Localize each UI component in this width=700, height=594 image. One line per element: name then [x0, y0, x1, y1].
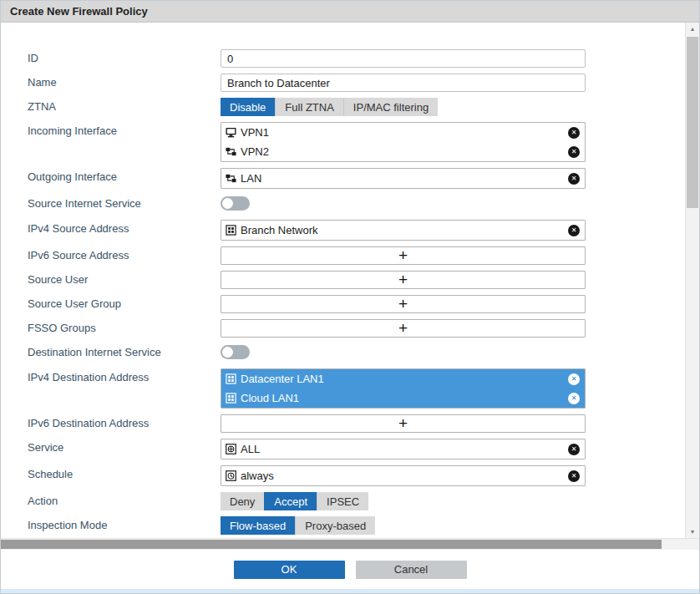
- ztna-segmented: Disable Full ZTNA IP/MAC filtering: [221, 98, 438, 116]
- tunnel-interface-icon: [225, 172, 237, 185]
- incoming-interface-field[interactable]: VPN1 ✕ VPN2 ✕: [221, 122, 586, 162]
- row-fsso-groups: FSSO Groups +: [1, 319, 685, 338]
- dialog-body: ID Name ZTNA Disable Full ZTNA: [1, 23, 699, 538]
- row-outgoing-interface: Outgoing Interface LAN ✕: [1, 168, 685, 189]
- service-label: Service: [1, 439, 221, 454]
- entry-all-service[interactable]: ALL ✕: [221, 439, 585, 459]
- ipv4-source-address-field[interactable]: Branch Network ✕: [221, 220, 586, 241]
- entry-vpn2[interactable]: VPN2 ✕: [221, 142, 585, 161]
- row-inspection-mode: Inspection Mode Flow-based Proxy-based: [1, 516, 685, 535]
- tunnel-interface-icon: [225, 145, 237, 158]
- scroll-down-icon[interactable]: ▼: [686, 525, 699, 538]
- source-internet-service-toggle[interactable]: [221, 196, 250, 211]
- entry-label: LAN: [241, 172, 568, 185]
- ipv6-destination-address-label: IPv6 Destination Address: [1, 414, 221, 429]
- entry-label: Datacenter LAN1: [241, 373, 568, 385]
- name-input[interactable]: [221, 74, 586, 92]
- scroll-up-icon[interactable]: ▲: [686, 23, 699, 35]
- destination-internet-service-label: Destination Internet Service: [1, 343, 221, 358]
- entry-datacenter-lan1[interactable]: Datacenter LAN1 ✕: [221, 369, 585, 388]
- ztna-label: ZTNA: [1, 98, 221, 113]
- remove-vpn1-icon[interactable]: ✕: [568, 127, 580, 139]
- service-globe-icon: [225, 443, 237, 455]
- remove-lan-icon[interactable]: ✕: [568, 173, 580, 185]
- ipv6-destination-address-add-button[interactable]: +: [221, 414, 586, 433]
- row-action: Action Deny Accept IPSEC: [1, 492, 685, 510]
- schedule-clock-icon: [225, 470, 237, 482]
- dialog-bottom-strip: [1, 589, 699, 593]
- fsso-groups-label: FSSO Groups: [1, 319, 221, 334]
- ipv4-source-address-label: IPv4 Source Address: [1, 220, 221, 235]
- inspection-proxy-based-button[interactable]: Proxy-based: [295, 516, 375, 535]
- subnet-icon: [225, 392, 237, 404]
- inspection-mode-segmented: Flow-based Proxy-based: [221, 516, 375, 535]
- plus-icon: +: [398, 247, 408, 263]
- outgoing-interface-field[interactable]: LAN ✕: [221, 168, 586, 189]
- entry-cloud-lan1[interactable]: Cloud LAN1 ✕: [221, 388, 585, 408]
- dialog-footer: OK Cancel: [1, 550, 699, 589]
- vertical-scrollbar-thumb[interactable]: [687, 37, 698, 208]
- action-deny-button[interactable]: Deny: [221, 492, 264, 510]
- row-name: Name: [1, 74, 685, 92]
- entry-label: Branch Network: [241, 224, 568, 236]
- row-incoming-interface: Incoming Interface VPN1 ✕: [1, 122, 685, 162]
- vertical-scrollbar-track[interactable]: [686, 35, 699, 525]
- entry-branch-network[interactable]: Branch Network ✕: [221, 221, 585, 240]
- entry-lan[interactable]: LAN ✕: [221, 169, 585, 188]
- row-ipv4-destination-address: IPv4 Destination Address Datacenter LAN1…: [1, 368, 685, 409]
- plus-icon: +: [398, 296, 408, 312]
- monitor-interface-icon: [225, 126, 237, 139]
- ipv6-source-address-label: IPv6 Source Address: [1, 246, 221, 261]
- ipv4-destination-address-field[interactable]: Datacenter LAN1 ✕ Cloud LAN1 ✕: [221, 368, 586, 409]
- horizontal-scrollbar[interactable]: [1, 538, 699, 550]
- remove-cloud-lan1-icon[interactable]: ✕: [568, 393, 580, 404]
- ipv6-source-address-add-button[interactable]: +: [221, 246, 586, 265]
- destination-internet-service-toggle[interactable]: [221, 345, 250, 359]
- entry-label: Cloud LAN1: [241, 392, 568, 404]
- id-input[interactable]: [221, 49, 586, 68]
- source-user-group-add-button[interactable]: +: [221, 295, 586, 313]
- cancel-button[interactable]: Cancel: [356, 561, 467, 579]
- entry-label: VPN1: [241, 126, 568, 139]
- id-label: ID: [1, 49, 221, 64]
- entry-vpn1[interactable]: VPN1 ✕: [221, 123, 585, 142]
- action-accept-button[interactable]: Accept: [264, 492, 317, 510]
- ztna-ip-mac-filtering-button[interactable]: IP/MAC filtering: [343, 98, 438, 116]
- row-schedule: Schedule always ✕: [1, 465, 685, 486]
- vertical-scrollbar[interactable]: ▲ ▼: [685, 23, 699, 538]
- service-field[interactable]: ALL ✕: [221, 439, 586, 459]
- dialog-titlebar: Create New Firewall Policy: [1, 1, 699, 23]
- policy-form: ID Name ZTNA Disable Full ZTNA: [1, 23, 685, 538]
- toggle-knob-icon: [222, 347, 233, 358]
- name-label: Name: [1, 74, 221, 89]
- remove-always-schedule-icon[interactable]: ✕: [568, 470, 580, 482]
- entry-label: ALL: [241, 443, 568, 455]
- ztna-disable-button[interactable]: Disable: [221, 98, 275, 116]
- source-user-add-button[interactable]: +: [221, 271, 586, 289]
- action-ipsec-button[interactable]: IPSEC: [317, 492, 368, 510]
- fsso-groups-add-button[interactable]: +: [221, 319, 586, 338]
- dialog-title: Create New Firewall Policy: [10, 5, 148, 18]
- source-user-group-label: Source User Group: [1, 295, 221, 310]
- remove-datacenter-lan1-icon[interactable]: ✕: [568, 373, 580, 385]
- inspection-flow-based-button[interactable]: Flow-based: [221, 516, 295, 535]
- action-segmented: Deny Accept IPSEC: [221, 492, 368, 510]
- row-ipv4-source-address: IPv4 Source Address Branch Network ✕: [1, 220, 685, 241]
- schedule-field[interactable]: always ✕: [221, 465, 586, 486]
- row-source-internet-service: Source Internet Service: [1, 195, 685, 214]
- remove-vpn2-icon[interactable]: ✕: [568, 146, 580, 158]
- ipv4-destination-address-label: IPv4 Destination Address: [1, 368, 221, 383]
- entry-label: always: [241, 470, 568, 482]
- ztna-full-ztna-button[interactable]: Full ZTNA: [275, 98, 343, 116]
- plus-icon: +: [398, 272, 408, 287]
- toggle-knob-icon: [222, 198, 233, 209]
- subnet-icon: [225, 373, 237, 385]
- inspection-mode-label: Inspection Mode: [1, 516, 221, 531]
- row-service: Service ALL ✕: [1, 439, 685, 459]
- ok-button[interactable]: OK: [234, 561, 345, 579]
- entry-always-schedule[interactable]: always ✕: [221, 466, 585, 485]
- subnet-icon: [225, 224, 237, 236]
- remove-all-service-icon[interactable]: ✕: [568, 444, 580, 455]
- horizontal-scrollbar-thumb[interactable]: [1, 540, 662, 549]
- remove-branch-network-icon[interactable]: ✕: [568, 225, 580, 236]
